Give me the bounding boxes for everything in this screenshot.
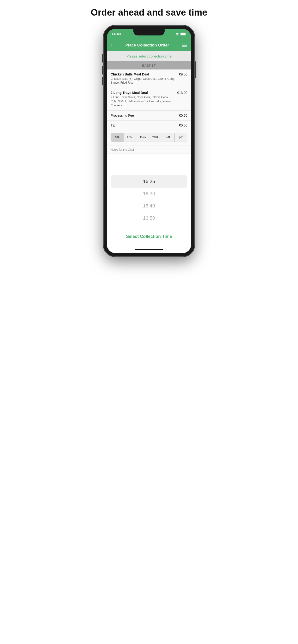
item-1-price: €9.50 — [179, 72, 187, 76]
tip-amount: €0.00 — [179, 124, 187, 127]
time-option-1640[interactable]: 16:40 — [107, 200, 191, 212]
tip-btn-15[interactable]: 15% — [136, 133, 149, 142]
item-1-name: Chicken Balls Meal Deal — [111, 72, 177, 76]
notes-section: Notes for the Chef — [107, 146, 191, 154]
tip-btn-0[interactable]: 0% — [111, 133, 123, 142]
menu-line-1 — [182, 44, 187, 44]
basket-item-1: Chicken Balls Meal Deal Chicken Balls (5… — [107, 70, 191, 88]
tip-btn-20[interactable]: 20% — [149, 133, 162, 142]
nav-title: Place Collection Order — [125, 43, 169, 48]
svg-rect-2 — [181, 33, 185, 35]
phone-screen: 14:49 ‹ Place Collection Order — [107, 29, 191, 253]
notch — [133, 29, 165, 36]
back-button[interactable]: ‹ — [111, 42, 112, 48]
item-1-info: Chicken Balls Meal Deal Chicken Balls (5… — [111, 72, 177, 85]
processing-fee-label: Processing Fee — [111, 114, 134, 118]
menu-line-2 — [182, 45, 187, 46]
status-icons — [175, 32, 186, 36]
menu-line-3 — [182, 46, 187, 47]
tip-edit-button[interactable] — [175, 133, 187, 142]
item-2-info: 2 Long Trays Meal Deal 2 Long Trays 3 in… — [111, 91, 175, 107]
select-collection-time-button[interactable]: Select Collection Time — [112, 230, 186, 243]
collection-banner-text: Please select collection time — [126, 54, 172, 58]
home-bar — [135, 249, 163, 250]
time-option-1630[interactable]: 16:30 — [107, 188, 191, 200]
item-2-desc: 2 Long Trays 3 in 1, Coca Cola, 330ml, C… — [111, 95, 175, 107]
select-btn-wrapper: Select Collection Time — [107, 227, 191, 248]
home-indicator — [107, 248, 191, 253]
status-bar: 14:49 — [107, 29, 191, 39]
item-2-price: €13.00 — [177, 91, 187, 95]
basket-header-label: BASKET — [142, 64, 156, 67]
battery-icon — [181, 32, 186, 36]
time-picker: 16:25 16:30 16:40 16:50 — [107, 173, 191, 227]
collection-banner: Please select collection time — [107, 51, 191, 61]
tip-row: Tip €0.00 — [107, 120, 191, 130]
status-time: 14:49 — [112, 32, 121, 36]
wifi-icon — [175, 32, 179, 36]
pencil-icon — [179, 135, 183, 139]
tip-buttons-section: 0% 10% 15% 20% €0 — [107, 130, 191, 146]
tip-btn-row: 0% 10% 15% 20% €0 — [111, 133, 187, 142]
notes-label: Notes for the Chef — [111, 148, 134, 152]
basket-items: Chicken Balls Meal Deal Chicken Balls (5… — [107, 70, 191, 154]
item-1-desc: Chicken Balls (5), Chips, Coca Cola, 330… — [111, 77, 177, 85]
svg-rect-1 — [186, 34, 186, 34]
basket-header: BASKET — [107, 61, 191, 70]
nav-bar: ‹ Place Collection Order — [107, 39, 191, 51]
notes-area[interactable] — [107, 154, 191, 173]
time-option-1650[interactable]: 16:50 — [107, 212, 191, 224]
time-option-1625[interactable]: 16:25 — [111, 176, 187, 188]
processing-fee-row: Processing Fee €0.50 — [107, 111, 191, 120]
phone-shell: 14:49 ‹ Place Collection Order — [103, 26, 195, 256]
tip-label: Tip — [111, 124, 115, 127]
tip-btn-10[interactable]: 10% — [123, 133, 136, 142]
menu-button[interactable] — [182, 44, 187, 47]
page-headline: Order ahead and save time — [91, 7, 207, 18]
basket-item-2: 2 Long Trays Meal Deal 2 Long Trays 3 in… — [107, 88, 191, 110]
tip-btn-custom[interactable]: €0 — [162, 133, 175, 142]
processing-fee-amount: €0.50 — [179, 114, 187, 118]
item-2-name: 2 Long Trays Meal Deal — [111, 91, 175, 95]
